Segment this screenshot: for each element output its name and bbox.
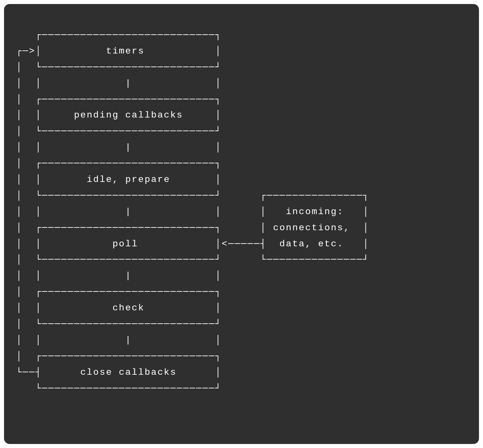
event-loop-diagram: ┌───────────────────────────┐ ┌─>│ timer… — [4, 4, 479, 444]
ascii-diagram: ┌───────────────────────────┐ ┌─>│ timer… — [4, 4, 479, 417]
